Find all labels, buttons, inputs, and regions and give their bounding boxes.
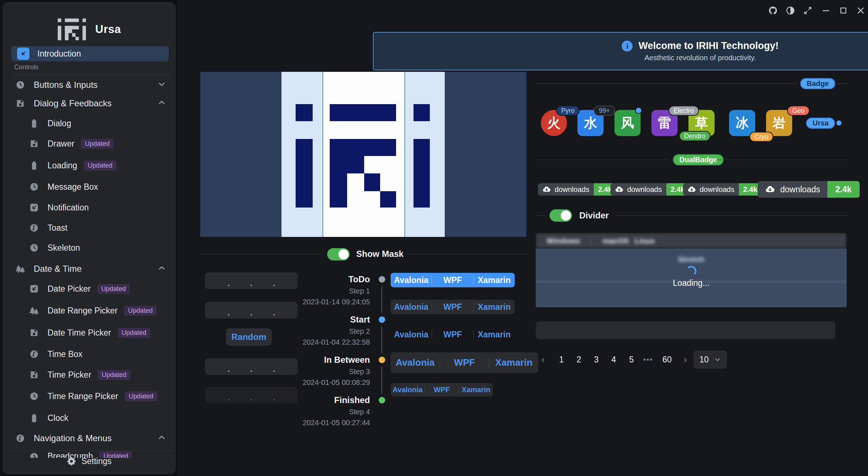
group-button-wpf[interactable]: WPF — [432, 275, 473, 285]
show-mask-toggle[interactable] — [327, 248, 350, 260]
sidebar-item-date-range-picker[interactable]: Date Range Picker Updated — [3, 303, 176, 318]
group-button-wpf[interactable]: WPF — [432, 302, 473, 312]
downloads-badge-large[interactable]: downloads 2.4k — [758, 181, 860, 198]
settings-label: Settings — [81, 456, 111, 466]
sidebar-item-label: Buttons & Inputs — [34, 80, 98, 90]
group-button-wpf[interactable]: WPF — [432, 330, 473, 340]
timeline-step-dot — [379, 276, 385, 283]
pagination-prev[interactable]: ‹ — [537, 353, 549, 366]
pagination-page-5[interactable]: 5 — [625, 353, 638, 366]
group-button-avalonia[interactable]: Avalonia — [391, 302, 432, 312]
date-picker-input[interactable]: ... — [205, 358, 298, 375]
sidebar-item-clock[interactable]: Clock — [3, 411, 176, 425]
sidebar-item-label: Date & Time — [34, 264, 82, 274]
downloads-label: downloads — [700, 185, 735, 194]
maximize-icon[interactable] — [838, 5, 849, 16]
pagination-ellipsis[interactable]: ••• — [642, 353, 654, 366]
divider-line — [3, 451, 175, 451]
date-picker-input[interactable]: ... — [205, 272, 298, 289]
group-button-xamarin[interactable]: Xamarin — [474, 330, 515, 340]
sidebar-item-toast[interactable]: Toast — [3, 221, 176, 235]
group-button-xamarin[interactable]: Xamarin — [474, 302, 515, 312]
group-button-avalonia[interactable]: Avalonia — [391, 275, 432, 285]
pagination-next[interactable]: › — [679, 353, 691, 366]
battery-icon — [29, 160, 40, 171]
sidebar-item-buttons-inputs[interactable]: Buttons & Inputs — [3, 78, 176, 92]
loading-spinner-icon — [686, 266, 696, 276]
toggle-knob — [561, 210, 571, 221]
timeline-step-dot — [379, 357, 385, 363]
timeline-step-title: In Between — [324, 355, 370, 365]
tab-linux[interactable]: Linux — [634, 237, 655, 245]
pagination-page-2[interactable]: 2 — [573, 353, 585, 366]
chevron-down-icon[interactable] — [157, 79, 166, 90]
close-icon[interactable] — [855, 5, 866, 16]
divider-toggle[interactable] — [550, 209, 572, 222]
downloads-label: downloads — [627, 185, 662, 194]
badge-geo: Geo — [787, 106, 810, 116]
pagination-page-1[interactable]: 1 — [555, 353, 568, 366]
group-button-wpf[interactable]: WPF — [440, 357, 489, 368]
standalone-badge-ursa: Ursa — [806, 118, 835, 129]
button-group-solid: Avalonia WPF Xamarin — [391, 273, 515, 287]
theme-toggle-icon[interactable] — [785, 5, 796, 16]
tab-macos[interactable]: macOS — [602, 237, 629, 245]
date-picker-input-disabled[interactable]: ... — [205, 387, 298, 403]
group-button-xamarin[interactable]: Xamarin — [489, 357, 538, 368]
chevron-up-icon[interactable] — [157, 263, 166, 274]
group-button-avalonia[interactable]: Avalonia — [391, 330, 432, 340]
sidebar-item-date-time-picker[interactable]: Date Time Picker Updated — [3, 325, 176, 340]
sidebar-item-time-range-picker[interactable]: Time Range Picker Updated — [3, 389, 176, 403]
sidebar-item-introduction[interactable]: Introduction — [11, 46, 169, 61]
divider-line — [616, 216, 848, 216]
sidebar-item-drawer[interactable]: Drawer Updated — [3, 136, 176, 151]
downloads-badge[interactable]: downloads 2.4k — [538, 183, 617, 196]
chevron-up-icon[interactable] — [157, 433, 166, 444]
pagination-page-60[interactable]: 60 — [661, 353, 673, 366]
group-button-avalonia[interactable]: Avalonia — [391, 357, 440, 368]
separator-dot: . — [227, 310, 230, 314]
minimize-icon[interactable] — [820, 5, 831, 16]
downloads-badge[interactable]: downloads 2.4k — [610, 183, 689, 196]
sidebar-item-date-picker[interactable]: Date Picker Updated — [3, 282, 176, 296]
pagination-page-4[interactable]: 4 — [608, 353, 620, 366]
expand-icon[interactable] — [802, 5, 813, 16]
group-button-xamarin[interactable]: Xamarin — [474, 275, 515, 285]
github-icon[interactable] — [768, 5, 778, 16]
group-button-wpf[interactable]: WPF — [425, 386, 458, 394]
separator-dot: . — [273, 310, 275, 314]
pagination-page-3[interactable]: 3 — [590, 353, 602, 366]
chevron-up-icon[interactable] — [157, 98, 166, 109]
sidebar-item-skeleton[interactable]: Skeleton — [3, 241, 176, 255]
banner-subtitle: Aesthetic revolution of productivity. — [645, 54, 756, 62]
group-button-avalonia[interactable]: Avalonia — [391, 386, 424, 394]
downloads-badge[interactable]: downloads 2.4k — [683, 183, 762, 196]
tab-windows[interactable]: Windows — [547, 237, 580, 245]
cloud-download-icon — [765, 184, 775, 194]
settings-button[interactable]: Settings — [3, 452, 175, 470]
badge-cryo: Cryo — [749, 132, 773, 142]
date-picker-input[interactable]: ... — [205, 302, 298, 319]
group-button-xamarin[interactable]: Xamarin — [459, 386, 493, 394]
timeline-step-label: Step 4 — [349, 408, 370, 416]
timeline-step-time: 2024-01-04 22:32:58 — [303, 338, 370, 346]
note-icon — [29, 349, 40, 360]
sidebar-item-label: Notification — [48, 203, 89, 213]
sidebar-item-navigation-menus[interactable]: Navigation & Menus — [3, 431, 176, 446]
sidebar-item-time-box[interactable]: Time Box — [3, 347, 176, 361]
sidebar-item-date-time[interactable]: Date & Time — [3, 262, 176, 276]
random-button[interactable]: Random — [226, 328, 272, 346]
sidebar-item-dialog[interactable]: Dialog — [3, 116, 176, 131]
chevron-down-icon — [714, 356, 721, 363]
empty-input-bar[interactable] — [536, 321, 835, 339]
divider-line — [536, 160, 669, 160]
sidebar-item-dialog-feedbacks[interactable]: Dialog & Feedbacks — [3, 96, 176, 111]
sidebar-item-loading[interactable]: Loading Updated — [3, 158, 176, 173]
page-size-select[interactable]: 10 — [694, 350, 727, 369]
timeline-step-label: Step 3 — [349, 368, 370, 376]
sidebar-item-label: Date Picker — [48, 284, 91, 294]
sidebar-item-message-box[interactable]: Message Box — [3, 180, 176, 194]
sidebar-item-time-picker[interactable]: Time Picker Updated — [3, 368, 176, 382]
timeline-step-dot — [379, 397, 385, 403]
sidebar-item-notification[interactable]: Notification — [3, 200, 176, 215]
